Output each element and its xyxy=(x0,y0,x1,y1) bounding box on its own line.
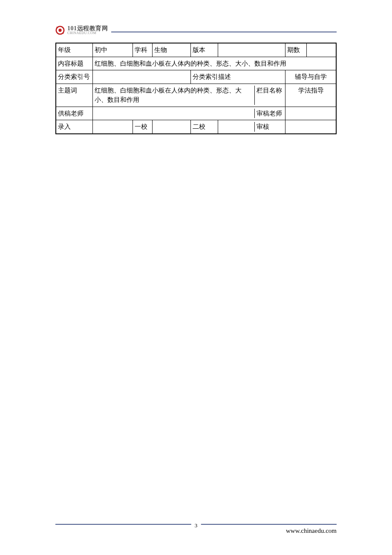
proof1-label: 一校 xyxy=(133,120,152,134)
content-title-label: 内容标题 xyxy=(56,57,92,70)
page-header: 101远程教育网 CHINAEDU.COM xyxy=(55,26,337,35)
grade-label: 年级 xyxy=(56,43,92,57)
reviewer-label: 审稿老师 xyxy=(254,109,285,119)
proof2-label: 二校 xyxy=(190,120,218,134)
header-divider xyxy=(111,32,337,32)
author-value xyxy=(95,109,254,119)
table-row: 分类索引号 分类索引描述 辅导与自学 xyxy=(56,70,336,84)
reviewer-value xyxy=(285,107,336,120)
audit-label: 审核 xyxy=(254,122,285,132)
entry-value xyxy=(92,120,133,134)
page-footer: 3 www.chinaedu.com xyxy=(55,524,337,535)
author-label: 供稿老师 xyxy=(56,107,92,120)
index-desc-label: 分类索引描述 xyxy=(190,70,285,84)
version-value xyxy=(218,43,285,57)
logo: 101远程教育网 CHINAEDU.COM xyxy=(55,26,108,35)
footer-url: www.chinaedu.com xyxy=(286,527,337,535)
content-title-value: 红细胞、白细胞和血小板在人体内的种类、形态、大小、数目和作用 xyxy=(92,57,336,70)
proof2-value xyxy=(220,122,254,132)
svg-rect-2 xyxy=(56,27,58,28)
page-number: 3 xyxy=(191,522,201,529)
index-desc-value: 辅导与自学 xyxy=(285,70,336,84)
table-row: 录入 一校 二校 审核 xyxy=(56,120,336,134)
subject-value: 生物 xyxy=(152,43,190,57)
keyword-value: 红细胞、白细胞和血小板在人体内的种类、形态、大小、数目和作用 xyxy=(95,86,254,105)
metadata-table: 年级 初中 学科 生物 版本 期数 内容标题 红细胞、白细胞和血小板在人体内的种… xyxy=(55,43,337,134)
version-label: 版本 xyxy=(190,43,218,57)
column-name-value: 学法指导 xyxy=(285,84,336,107)
svg-rect-3 xyxy=(62,32,63,34)
keyword-label: 主题词 xyxy=(56,84,92,107)
table-row: 内容标题 红细胞、白细胞和血小板在人体内的种类、形态、大小、数目和作用 xyxy=(56,57,336,70)
proof1-value xyxy=(152,120,190,134)
proof2-audit-cell: 审核 xyxy=(218,120,285,134)
index-no-value xyxy=(92,70,190,84)
author-reviewer-cell: 审稿老师 xyxy=(92,107,285,120)
column-name-label: 栏目名称 xyxy=(254,86,285,105)
issue-value xyxy=(306,43,336,57)
svg-point-1 xyxy=(58,29,61,32)
table-row: 供稿老师 审稿老师 xyxy=(56,107,336,120)
index-no-label: 分类索引号 xyxy=(56,70,92,84)
subject-label: 学科 xyxy=(133,43,152,57)
grade-value: 初中 xyxy=(92,43,133,57)
keyword-column-cell: 红细胞、白细胞和血小板在人体内的种类、形态、大小、数目和作用 栏目名称 xyxy=(92,84,285,107)
logo-title: 101远程教育网 xyxy=(67,26,108,32)
logo-icon xyxy=(55,26,65,35)
entry-label: 录入 xyxy=(56,120,92,134)
issue-label: 期数 xyxy=(285,43,306,57)
table-row: 主题词 红细胞、白细胞和血小板在人体内的种类、形态、大小、数目和作用 栏目名称 … xyxy=(56,84,336,107)
table-row: 年级 初中 学科 生物 版本 期数 xyxy=(56,43,336,57)
logo-subtitle: CHINAEDU.COM xyxy=(67,32,108,35)
audit-value xyxy=(285,120,336,134)
